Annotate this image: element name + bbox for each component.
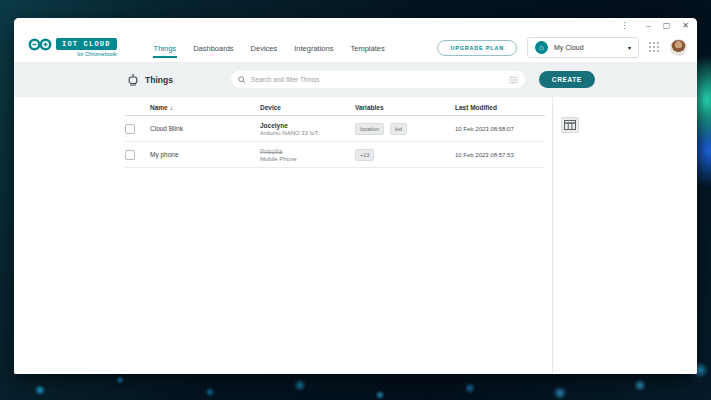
- logo-subtitle: for Chromebook: [77, 51, 116, 57]
- device-name: Jocelyne: [260, 122, 355, 129]
- select-all-header: [125, 100, 150, 116]
- iot-cloud-badge: IOT CLOUD: [56, 38, 117, 50]
- row-checkbox[interactable]: [125, 124, 135, 134]
- window-minimize-icon[interactable]: –: [646, 22, 650, 30]
- window-menu-icon[interactable]: ⋮: [620, 22, 628, 30]
- right-side-panel: [553, 97, 697, 374]
- device-type: Mobile Phone: [260, 156, 355, 162]
- table-view-button[interactable]: [561, 117, 579, 133]
- things-table: Name↓ Device Variables Last Modified Clo…: [125, 100, 545, 168]
- tab-templates[interactable]: Templates: [349, 38, 385, 58]
- variable-chip: led: [390, 123, 407, 135]
- tab-things[interactable]: Things: [153, 38, 178, 58]
- column-header-last-modified[interactable]: Last Modified: [455, 100, 545, 116]
- device-name-deleted: Priscilla: [260, 148, 355, 155]
- column-header-device[interactable]: Device: [260, 100, 355, 116]
- page-title: Things: [145, 75, 173, 85]
- header-right: UPGRADE PLAN ⌂ My Cloud ▾: [437, 37, 687, 58]
- row-checkbox[interactable]: [125, 150, 135, 160]
- thing-name-link[interactable]: Cloud Blink: [150, 125, 183, 132]
- device-type: Arduino NANO 33 IoT: [260, 130, 355, 136]
- user-avatar[interactable]: [670, 39, 687, 56]
- last-modified-value: 10 Feb 2023 08:57:53: [455, 152, 514, 158]
- upgrade-plan-button[interactable]: UPGRADE PLAN: [437, 40, 517, 56]
- variable-count-chip: +13: [355, 149, 374, 161]
- column-header-name[interactable]: Name↓: [150, 100, 260, 116]
- table-row[interactable]: My phone Priscilla Mobile Phone +13 10 F…: [125, 142, 545, 168]
- tab-integrations[interactable]: Integrations: [293, 38, 334, 58]
- last-modified-value: 10 Feb 2023 08:58:07: [455, 126, 514, 132]
- things-title: Things: [128, 74, 173, 86]
- table-header-row: Name↓ Device Variables Last Modified: [125, 100, 545, 116]
- thing-icon: [128, 74, 138, 86]
- arduino-iot-cloud-logo: IOT CLOUD for Chromebook: [28, 38, 117, 57]
- window-maximize-icon[interactable]: ▢: [663, 22, 671, 30]
- tab-dashboards[interactable]: Dashboards: [192, 38, 234, 58]
- search-box[interactable]: [231, 71, 525, 88]
- chevron-down-icon: ▾: [628, 44, 631, 51]
- sort-desc-icon: ↓: [170, 104, 173, 111]
- apps-grid-icon[interactable]: [649, 42, 660, 53]
- content-area: Name↓ Device Variables Last Modified Clo…: [14, 97, 697, 374]
- variable-chip: location: [355, 123, 384, 135]
- my-cloud-label: My Cloud: [554, 44, 622, 51]
- my-cloud-dropdown[interactable]: ⌂ My Cloud ▾: [527, 37, 639, 58]
- thing-name-link[interactable]: My phone: [150, 151, 179, 158]
- arduino-infinity-icon: [28, 38, 52, 51]
- create-button[interactable]: CREATE: [539, 71, 595, 88]
- window-close-icon[interactable]: ✕: [682, 22, 689, 30]
- main-nav: Things Dashboards Devices Integrations T…: [153, 38, 386, 58]
- tab-devices[interactable]: Devices: [250, 38, 279, 58]
- search-icon: [238, 76, 246, 84]
- app-window: ⋮ – ▢ ✕ IOT CLOUD for Chromebook Things: [14, 18, 697, 374]
- filter-tune-icon[interactable]: [509, 76, 518, 84]
- things-list-panel: Name↓ Device Variables Last Modified Clo…: [14, 97, 552, 374]
- things-toolbar: Things CREATE: [14, 62, 697, 97]
- app-header: IOT CLOUD for Chromebook Things Dashboar…: [14, 33, 697, 62]
- window-titlebar: ⋮ – ▢ ✕: [14, 18, 697, 33]
- search-input[interactable]: [251, 76, 504, 83]
- home-icon: ⌂: [535, 41, 548, 54]
- column-header-variables[interactable]: Variables: [355, 100, 455, 116]
- table-row[interactable]: Cloud Blink Jocelyne Arduino NANO 33 IoT…: [125, 116, 545, 142]
- table-view-icon: [564, 120, 576, 130]
